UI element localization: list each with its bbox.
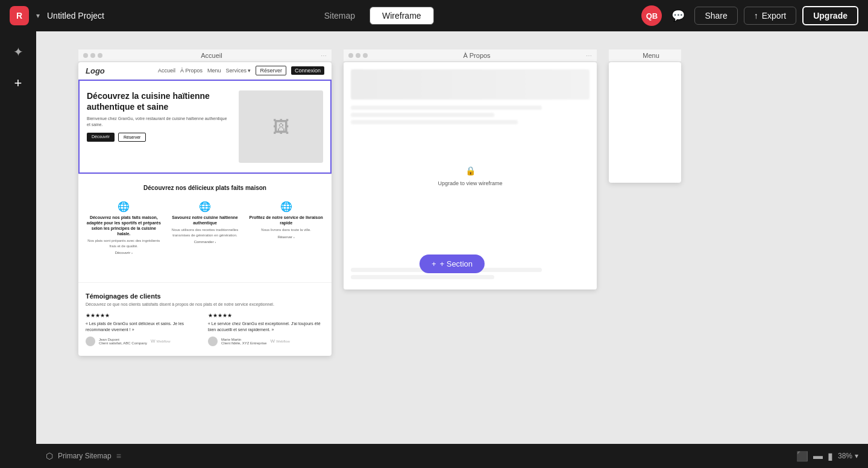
apropos-dots	[348, 53, 368, 58]
bottom-sitemap: ⬡ Primary Sitemap ≡	[46, 451, 121, 461]
author-2: Marie Martin Client fidèle, XYZ Entrepri…	[208, 337, 324, 346]
desktop-view-icon[interactable]: ⬛	[796, 451, 808, 462]
accueil-titlebar: Accueil ⋯	[78, 49, 332, 62]
upgrade-overlay-text: Upgrade to view wireframe	[438, 180, 502, 186]
tab-wireframe[interactable]: Wireframe	[370, 7, 434, 25]
feature-link-3[interactable]: Réserver ›	[248, 235, 324, 239]
app-logo: R	[10, 6, 29, 25]
sitemap-tree-icon: ⬡	[46, 451, 53, 461]
testimonials-grid: ★★★★★ « Les plats de GranGu sont délicie…	[86, 312, 324, 346]
nav-link-accueil: Accueil	[158, 68, 175, 74]
hero-reserver-btn[interactable]: Réserver	[118, 133, 146, 142]
panel-dot	[83, 53, 88, 58]
hero-text: Découvrez la cuisine haïtienne authentiq…	[87, 90, 231, 142]
webflow-icon-1: W	[151, 338, 156, 344]
bottom-bar: ⬡ Primary Sitemap ≡ ⬛ ▬ ▮ 38% ▾	[36, 444, 868, 468]
panel-dot	[348, 53, 353, 58]
quote-2: « Le service chez GranGu est exceptionne…	[208, 321, 324, 333]
nav-link-apropos: À Propos	[180, 68, 203, 74]
feature-title-3: Profitez de notre service de livraison r…	[248, 215, 324, 226]
testimonials-title: Témoignages de clients	[86, 292, 324, 300]
author-role-1: Client satisfait, ABC Company	[99, 341, 147, 345]
feature-link-1[interactable]: Découvrir ›	[86, 251, 162, 255]
project-name[interactable]: Untitled Project	[47, 11, 104, 21]
testimonials-subtitle: Découvrez ce que nos clients satisfaits …	[86, 302, 324, 306]
accueil-page: Logo Accueil À Propos Menu Services ▾ Ré…	[78, 62, 332, 356]
feature-title-2: Savourez notre cuisine haïtienne authent…	[167, 215, 244, 226]
section-label: + Section	[440, 259, 473, 268]
panel-dot	[90, 53, 95, 58]
comment-icon[interactable]: 💬	[668, 5, 688, 26]
author-role-2: Client fidèle, XYZ Entreprise	[221, 341, 266, 345]
feature-item-3: 🌐 Profitez de notre service de livraison…	[248, 201, 324, 255]
hero-subtitle: Bienvenue chez GranGu, votre restaurant …	[87, 116, 231, 128]
webflow-icon-2: W	[270, 338, 275, 344]
nav-link-services: Services ▾	[225, 68, 251, 74]
wireframe-nav: Logo Accueil À Propos Menu Services ▾ Ré…	[78, 62, 332, 80]
feature-item-2: 🌐 Savourez notre cuisine haïtienne authe…	[167, 201, 244, 255]
quote-1: « Les plats de GranGu sont délicieux et …	[86, 321, 202, 333]
add-section-button[interactable]: + + Section	[420, 255, 485, 273]
logo-caret[interactable]: ▾	[36, 11, 40, 20]
hero-decouvrir-btn[interactable]: Découvrir	[87, 133, 115, 142]
sitemap-label[interactable]: Primary Sitemap	[58, 452, 112, 460]
hero-title: Découvrez la cuisine haïtienne authentiq…	[87, 90, 231, 112]
left-sidebar: ✦ +	[0, 31, 36, 468]
image-placeholder-icon: 🖼	[272, 117, 289, 137]
avatar-1	[86, 337, 95, 346]
topbar: R ▾ Untitled Project Sitemap Wireframe Q…	[0, 0, 868, 31]
panel-dots	[83, 53, 102, 58]
feature-link-2[interactable]: Commander ›	[167, 240, 244, 244]
spacer	[78, 264, 332, 282]
mobile-view-icon[interactable]: ▮	[828, 451, 833, 462]
add-element-icon[interactable]: +	[7, 72, 29, 94]
testimonials-section: Témoignages de clients Découvrez ce que …	[78, 282, 332, 356]
zoom-control[interactable]: 38% ▾	[838, 452, 858, 460]
apropos-titlebar: À Propos ⋯	[344, 49, 597, 62]
view-tabs: Sitemap Wireframe	[112, 7, 634, 25]
webflow-badge-1: W Webflow	[151, 338, 170, 344]
panel-menu-icon[interactable]: ⋯	[321, 52, 327, 59]
features-section: Découvrez nos délicieux plats faits mais…	[78, 174, 332, 264]
export-icon: ↑	[754, 11, 758, 21]
apropos-panel-menu[interactable]: ⋯	[586, 52, 592, 59]
panel-dot	[356, 53, 360, 58]
hero-buttons: Découvrir Réserver	[87, 133, 231, 142]
menu-page	[609, 62, 681, 183]
lock-icon: 🔒	[465, 166, 476, 176]
nav-logo: Logo	[86, 66, 105, 75]
feature-desc-3: Nous livrons dans toute la ville.	[248, 227, 324, 232]
zoom-label: 38%	[838, 452, 852, 460]
tab-sitemap[interactable]: Sitemap	[312, 7, 367, 24]
magic-tool-icon[interactable]: ✦	[7, 41, 29, 63]
feature-icon-3: 🌐	[248, 201, 324, 212]
canvas: Accueil ⋯ Logo Accueil À Propos Menu Ser…	[36, 31, 868, 444]
zoom-caret: ▾	[855, 452, 858, 460]
upgrade-button[interactable]: Upgrade	[802, 6, 858, 25]
testimonial-card-2: ★★★★★ « Le service chez GranGu est excep…	[208, 312, 324, 346]
sitemap-menu-icon[interactable]: ≡	[116, 451, 121, 461]
feature-icon-1: 🌐	[86, 201, 162, 212]
nav-connexion: Connexion	[291, 66, 324, 75]
accueil-panel: Accueil ⋯ Logo Accueil À Propos Menu Ser…	[78, 49, 332, 356]
author-info-2: Marie Martin Client fidèle, XYZ Entrepri…	[221, 338, 266, 345]
stars-1: ★★★★★	[86, 312, 202, 318]
user-avatar[interactable]: QB	[641, 5, 662, 26]
apropos-panel-wrapper: À Propos ⋯ 🔒 Upgrade to view wireframe	[344, 49, 597, 289]
nav-reserver: Réserver	[256, 66, 286, 75]
avatar-2	[208, 337, 218, 346]
section-plus-icon: +	[432, 259, 436, 268]
tablet-view-icon[interactable]: ▬	[813, 451, 823, 461]
panel-dot	[363, 53, 368, 58]
accueil-panel-title: Accueil	[201, 52, 222, 59]
apropos-panel-title: À Propos	[463, 52, 490, 59]
menu-panel-title: Menu	[643, 52, 659, 59]
webflow-badge-2: W Webflow	[270, 338, 289, 344]
export-button[interactable]: ↑ Export	[744, 7, 796, 25]
logo-letter: R	[16, 11, 22, 21]
topbar-actions: QB 💬 Share ↑ Export Upgrade	[641, 5, 858, 26]
features-grid: 🌐 Découvrez nos plats faits maison, adap…	[86, 201, 324, 255]
hero-section[interactable]: Découvrez la cuisine haïtienne authentiq…	[78, 80, 332, 174]
menu-titlebar: Menu	[609, 49, 681, 62]
share-button[interactable]: Share	[694, 7, 737, 25]
